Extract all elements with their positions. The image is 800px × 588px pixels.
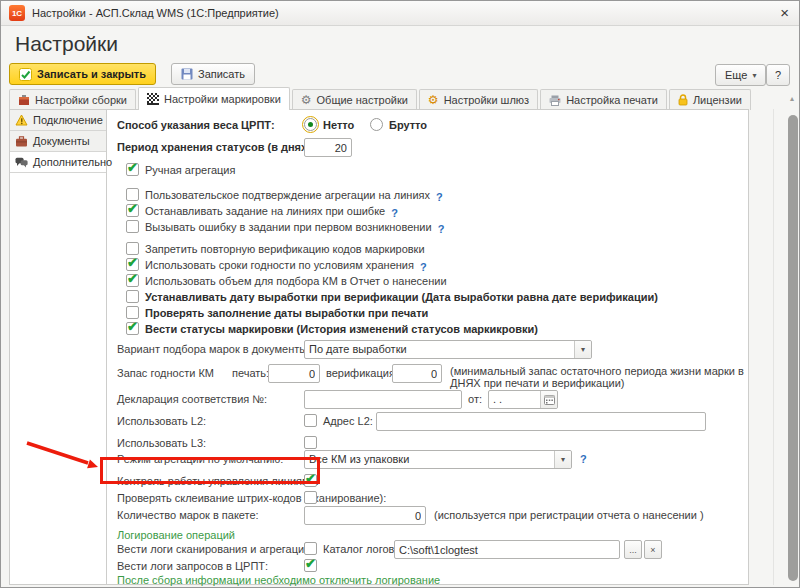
checkbox-use-volume-km[interactable]	[126, 274, 139, 287]
tab-label: Настройки шлюз	[444, 94, 530, 106]
tab-label: Настройки сборки	[35, 94, 127, 106]
tab-strip: Настройки сборки Настройки маркировки ⚙ …	[9, 87, 753, 110]
checkbox-stop-task-on-error[interactable]	[126, 204, 139, 217]
declaration-from-label: от:	[468, 393, 482, 405]
agg-mode-dropdown[interactable]: Все КМ из упаковки ▾	[304, 450, 572, 469]
use-l3-label: Использовать L3:	[117, 437, 206, 449]
sidebar-item-label: Подключение	[33, 114, 103, 126]
km-life-verify-input[interactable]	[392, 364, 442, 383]
status-period-input[interactable]	[304, 138, 352, 157]
sidebar-item-documents[interactable]: Документы	[10, 131, 106, 152]
weight-mode-label: Способ указания веса ЦРПТ:	[117, 119, 275, 131]
line-control-label: Контроль работы управления линиями:	[117, 475, 319, 487]
km-life-print-input[interactable]	[268, 364, 320, 383]
more-button[interactable]: Еще ▾	[715, 64, 766, 86]
radio-netto[interactable]	[304, 118, 317, 131]
more-label: Еще	[725, 69, 747, 81]
tab-print-settings[interactable]: Настройка печати	[540, 89, 667, 110]
briefcase-icon	[15, 136, 28, 147]
page-title: Настройки	[15, 32, 118, 56]
tab-gateway-settings[interactable]: ⚙ Настройки шлюз	[419, 89, 538, 110]
chevron-down-icon[interactable]: ▾	[554, 451, 571, 468]
radio-netto-label: Нетто	[323, 119, 354, 131]
divider	[773, 109, 774, 585]
tab-label: Лицензии	[693, 94, 742, 106]
checkbox-shelf-life-conditions[interactable]	[126, 258, 139, 271]
checkbox-keep-marking-statuses[interactable]	[126, 322, 139, 335]
1c-logo-icon: 1С	[9, 5, 25, 21]
l2-address-label: Адрес L2:	[323, 415, 373, 427]
checkbox-scan-logs[interactable]	[304, 542, 317, 555]
checkbox-label: Использовать сроки годности по условиям …	[145, 259, 414, 271]
checkbox-label: Использовать объем для подбора КМ в Отче…	[145, 275, 447, 287]
use-l2-label: Использовать L2:	[117, 415, 206, 427]
help-link[interactable]: ?	[420, 261, 427, 273]
checkbox-check-production-date[interactable]	[126, 306, 139, 319]
scan-logs-label: Вести логи сканирования и агрегации:	[117, 543, 313, 555]
tab-general-settings[interactable]: ⚙ Общие настройки	[292, 89, 417, 110]
logging-note: После сбора информации необходимо отключ…	[117, 574, 440, 586]
warning-icon	[15, 114, 28, 126]
km-life-label: Запас годности КМ	[117, 367, 214, 379]
save-and-close-button[interactable]: Записать и закрыть	[9, 63, 156, 85]
marking-settings-panel: Подключение Документы Дополнительно Спос…	[9, 109, 749, 585]
pack-count-label: Количество марок в пакете:	[117, 509, 259, 521]
agg-mode-label: Режим агрегации по умолчанию:	[117, 453, 283, 465]
radio-brutto[interactable]	[370, 118, 383, 131]
pack-count-input[interactable]	[304, 506, 426, 525]
checkbox-set-production-date[interactable]	[126, 290, 139, 303]
close-icon[interactable]: ×	[780, 4, 789, 21]
checkbox-label: Вызывать ошибку в задании при первом воз…	[145, 221, 432, 233]
declaration-number-input[interactable]	[304, 390, 462, 409]
form-content: Способ указания веса ЦРПТ: Нетто Брутто …	[108, 110, 748, 584]
km-life-print-label: печать:	[232, 367, 269, 379]
glue-check-label: Проверять склеивание штрих-кодов (сканир…	[117, 492, 386, 504]
checkbox-glue-check[interactable]	[304, 491, 317, 504]
dropdown-value: По дате выработки	[305, 341, 574, 358]
tab-licenses[interactable]: Лицензии	[669, 89, 751, 110]
checkbox-label: Вести статусы маркировки (История измене…	[145, 323, 538, 335]
checkbox-label: Пользовательское подтверждение агрегации…	[145, 189, 430, 201]
toolbox-icon	[18, 94, 30, 106]
checkbox-user-confirm-aggregation[interactable]	[126, 188, 139, 201]
save-button[interactable]: Записать	[171, 63, 255, 85]
pick-variant-label: Вариант подбора марок в документы:	[117, 343, 310, 355]
date-placeholder: . .	[489, 391, 540, 408]
help-label: ?	[775, 69, 781, 81]
km-life-note: (минимальный запас остаточного периода ж…	[450, 365, 750, 389]
help-button[interactable]: ?	[766, 64, 790, 86]
pick-variant-dropdown[interactable]: По дате выработки ▾	[304, 340, 592, 359]
printer-icon	[549, 95, 561, 106]
checkbox-label: Ручная агрегация	[145, 164, 235, 176]
help-link[interactable]: ?	[438, 223, 445, 235]
green-check-icon	[19, 68, 32, 81]
checkbox-forbid-reverification[interactable]	[126, 242, 139, 255]
tab-marking-settings[interactable]: Настройки маркировки	[138, 87, 290, 110]
checkbox-use-l2[interactable]	[304, 414, 317, 427]
dropdown-value: Все КМ из упаковки	[305, 451, 554, 468]
checkbox-use-l3[interactable]	[304, 436, 317, 449]
declaration-date-input[interactable]: . .	[488, 390, 558, 409]
sidebar-item-connection[interactable]: Подключение	[10, 110, 106, 131]
checkbox-raise-error-first[interactable]	[126, 220, 139, 233]
help-link[interactable]: ?	[580, 453, 587, 465]
help-link[interactable]: ?	[436, 191, 443, 203]
save-and-close-label: Записать и закрыть	[37, 68, 146, 80]
tab-assembly-settings[interactable]: Настройки сборки	[9, 89, 136, 110]
calendar-icon[interactable]	[540, 391, 557, 408]
comments-icon	[15, 157, 28, 168]
gateway-gear-icon: ⚙	[428, 94, 439, 106]
floppy-icon	[181, 68, 193, 80]
checkbox-manual-aggregation[interactable]	[126, 163, 139, 176]
chevron-down-icon[interactable]: ▾	[574, 341, 591, 358]
scroll-up-icon[interactable]: ▴	[790, 94, 794, 103]
checkbox-label: Проверять заполнение даты выработки при …	[145, 307, 428, 319]
checkbox-label: Останавливать задание на линиях при ошиб…	[145, 205, 385, 217]
l2-address-input[interactable]	[376, 412, 706, 431]
scrollbar-thumb[interactable]	[788, 115, 798, 581]
sidebar-item-additional[interactable]: Дополнительно	[10, 152, 106, 173]
help-link[interactable]: ?	[391, 207, 398, 219]
checkbox-line-control[interactable]	[304, 474, 317, 487]
tab-label: Общие настройки	[317, 94, 408, 106]
status-period-label: Период хранения статусов (в днях):	[117, 141, 314, 153]
